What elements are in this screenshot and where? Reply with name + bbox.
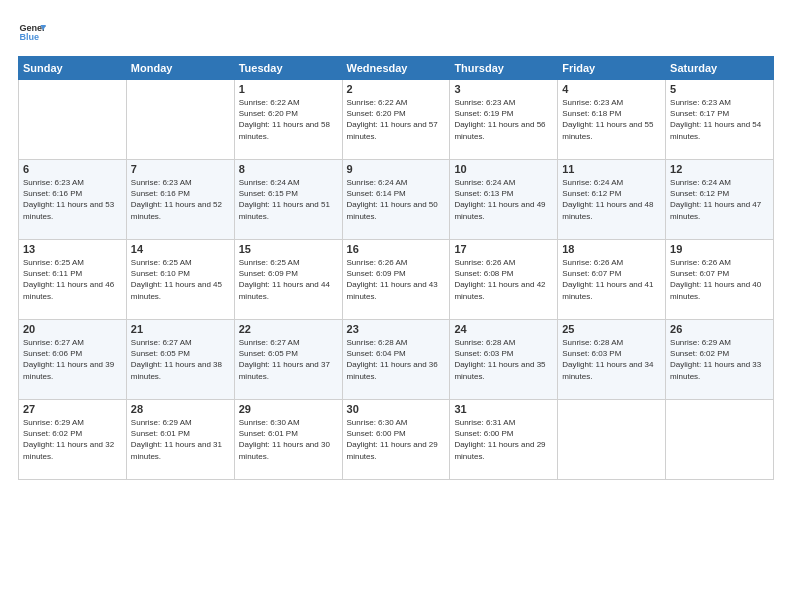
day-info: Sunrise: 6:29 AM Sunset: 6:01 PM Dayligh… — [131, 417, 230, 462]
day-info: Sunrise: 6:27 AM Sunset: 6:06 PM Dayligh… — [23, 337, 122, 382]
day-info: Sunrise: 6:30 AM Sunset: 6:00 PM Dayligh… — [347, 417, 446, 462]
week-row-3: 13Sunrise: 6:25 AM Sunset: 6:11 PM Dayli… — [19, 240, 774, 320]
day-number: 3 — [454, 83, 553, 95]
day-number: 27 — [23, 403, 122, 415]
day-info: Sunrise: 6:27 AM Sunset: 6:05 PM Dayligh… — [239, 337, 338, 382]
day-info: Sunrise: 6:23 AM Sunset: 6:17 PM Dayligh… — [670, 97, 769, 142]
day-cell: 15Sunrise: 6:25 AM Sunset: 6:09 PM Dayli… — [234, 240, 342, 320]
day-info: Sunrise: 6:25 AM Sunset: 6:10 PM Dayligh… — [131, 257, 230, 302]
day-number: 24 — [454, 323, 553, 335]
day-info: Sunrise: 6:24 AM Sunset: 6:12 PM Dayligh… — [670, 177, 769, 222]
header: General Blue — [18, 18, 774, 46]
day-number: 29 — [239, 403, 338, 415]
day-info: Sunrise: 6:22 AM Sunset: 6:20 PM Dayligh… — [239, 97, 338, 142]
day-info: Sunrise: 6:26 AM Sunset: 6:07 PM Dayligh… — [670, 257, 769, 302]
page: General Blue SundayMondayTuesdayWednesda… — [0, 0, 792, 612]
day-number: 12 — [670, 163, 769, 175]
day-info: Sunrise: 6:29 AM Sunset: 6:02 PM Dayligh… — [23, 417, 122, 462]
week-row-4: 20Sunrise: 6:27 AM Sunset: 6:06 PM Dayli… — [19, 320, 774, 400]
day-number: 10 — [454, 163, 553, 175]
col-header-wednesday: Wednesday — [342, 57, 450, 80]
day-cell: 3Sunrise: 6:23 AM Sunset: 6:19 PM Daylig… — [450, 80, 558, 160]
day-info: Sunrise: 6:26 AM Sunset: 6:09 PM Dayligh… — [347, 257, 446, 302]
day-cell — [126, 80, 234, 160]
day-cell: 8Sunrise: 6:24 AM Sunset: 6:15 PM Daylig… — [234, 160, 342, 240]
day-info: Sunrise: 6:28 AM Sunset: 6:03 PM Dayligh… — [454, 337, 553, 382]
day-cell: 14Sunrise: 6:25 AM Sunset: 6:10 PM Dayli… — [126, 240, 234, 320]
day-cell: 2Sunrise: 6:22 AM Sunset: 6:20 PM Daylig… — [342, 80, 450, 160]
day-info: Sunrise: 6:24 AM Sunset: 6:13 PM Dayligh… — [454, 177, 553, 222]
day-number: 11 — [562, 163, 661, 175]
day-cell — [19, 80, 127, 160]
day-cell: 18Sunrise: 6:26 AM Sunset: 6:07 PM Dayli… — [558, 240, 666, 320]
day-cell: 19Sunrise: 6:26 AM Sunset: 6:07 PM Dayli… — [666, 240, 774, 320]
day-info: Sunrise: 6:25 AM Sunset: 6:11 PM Dayligh… — [23, 257, 122, 302]
day-info: Sunrise: 6:26 AM Sunset: 6:08 PM Dayligh… — [454, 257, 553, 302]
day-cell: 22Sunrise: 6:27 AM Sunset: 6:05 PM Dayli… — [234, 320, 342, 400]
day-number: 7 — [131, 163, 230, 175]
day-number: 8 — [239, 163, 338, 175]
day-cell: 30Sunrise: 6:30 AM Sunset: 6:00 PM Dayli… — [342, 400, 450, 480]
day-info: Sunrise: 6:30 AM Sunset: 6:01 PM Dayligh… — [239, 417, 338, 462]
svg-text:Blue: Blue — [19, 32, 39, 42]
day-cell: 10Sunrise: 6:24 AM Sunset: 6:13 PM Dayli… — [450, 160, 558, 240]
week-row-1: 1Sunrise: 6:22 AM Sunset: 6:20 PM Daylig… — [19, 80, 774, 160]
day-number: 23 — [347, 323, 446, 335]
day-number: 13 — [23, 243, 122, 255]
col-header-friday: Friday — [558, 57, 666, 80]
day-number: 6 — [23, 163, 122, 175]
day-number: 17 — [454, 243, 553, 255]
day-cell: 16Sunrise: 6:26 AM Sunset: 6:09 PM Dayli… — [342, 240, 450, 320]
day-info: Sunrise: 6:22 AM Sunset: 6:20 PM Dayligh… — [347, 97, 446, 142]
day-number: 21 — [131, 323, 230, 335]
day-number: 15 — [239, 243, 338, 255]
day-info: Sunrise: 6:28 AM Sunset: 6:03 PM Dayligh… — [562, 337, 661, 382]
week-row-5: 27Sunrise: 6:29 AM Sunset: 6:02 PM Dayli… — [19, 400, 774, 480]
day-number: 1 — [239, 83, 338, 95]
day-cell: 21Sunrise: 6:27 AM Sunset: 6:05 PM Dayli… — [126, 320, 234, 400]
day-info: Sunrise: 6:26 AM Sunset: 6:07 PM Dayligh… — [562, 257, 661, 302]
col-header-sunday: Sunday — [19, 57, 127, 80]
day-cell: 25Sunrise: 6:28 AM Sunset: 6:03 PM Dayli… — [558, 320, 666, 400]
day-cell — [666, 400, 774, 480]
day-number: 28 — [131, 403, 230, 415]
day-number: 4 — [562, 83, 661, 95]
day-cell: 26Sunrise: 6:29 AM Sunset: 6:02 PM Dayli… — [666, 320, 774, 400]
col-header-saturday: Saturday — [666, 57, 774, 80]
day-cell: 11Sunrise: 6:24 AM Sunset: 6:12 PM Dayli… — [558, 160, 666, 240]
day-cell: 20Sunrise: 6:27 AM Sunset: 6:06 PM Dayli… — [19, 320, 127, 400]
day-cell: 23Sunrise: 6:28 AM Sunset: 6:04 PM Dayli… — [342, 320, 450, 400]
day-number: 16 — [347, 243, 446, 255]
day-number: 25 — [562, 323, 661, 335]
day-info: Sunrise: 6:28 AM Sunset: 6:04 PM Dayligh… — [347, 337, 446, 382]
day-number: 26 — [670, 323, 769, 335]
day-number: 2 — [347, 83, 446, 95]
day-cell: 1Sunrise: 6:22 AM Sunset: 6:20 PM Daylig… — [234, 80, 342, 160]
day-cell: 5Sunrise: 6:23 AM Sunset: 6:17 PM Daylig… — [666, 80, 774, 160]
day-number: 20 — [23, 323, 122, 335]
day-cell: 17Sunrise: 6:26 AM Sunset: 6:08 PM Dayli… — [450, 240, 558, 320]
day-cell: 13Sunrise: 6:25 AM Sunset: 6:11 PM Dayli… — [19, 240, 127, 320]
day-info: Sunrise: 6:23 AM Sunset: 6:18 PM Dayligh… — [562, 97, 661, 142]
day-number: 18 — [562, 243, 661, 255]
day-info: Sunrise: 6:23 AM Sunset: 6:16 PM Dayligh… — [23, 177, 122, 222]
day-number: 14 — [131, 243, 230, 255]
week-row-2: 6Sunrise: 6:23 AM Sunset: 6:16 PM Daylig… — [19, 160, 774, 240]
day-number: 30 — [347, 403, 446, 415]
day-cell: 12Sunrise: 6:24 AM Sunset: 6:12 PM Dayli… — [666, 160, 774, 240]
day-cell: 28Sunrise: 6:29 AM Sunset: 6:01 PM Dayli… — [126, 400, 234, 480]
logo: General Blue — [18, 18, 46, 46]
col-header-tuesday: Tuesday — [234, 57, 342, 80]
day-cell: 31Sunrise: 6:31 AM Sunset: 6:00 PM Dayli… — [450, 400, 558, 480]
col-header-thursday: Thursday — [450, 57, 558, 80]
day-info: Sunrise: 6:24 AM Sunset: 6:14 PM Dayligh… — [347, 177, 446, 222]
day-cell: 6Sunrise: 6:23 AM Sunset: 6:16 PM Daylig… — [19, 160, 127, 240]
day-info: Sunrise: 6:27 AM Sunset: 6:05 PM Dayligh… — [131, 337, 230, 382]
day-number: 31 — [454, 403, 553, 415]
day-cell: 27Sunrise: 6:29 AM Sunset: 6:02 PM Dayli… — [19, 400, 127, 480]
generalblue-logo-icon: General Blue — [18, 18, 46, 46]
day-cell: 7Sunrise: 6:23 AM Sunset: 6:16 PM Daylig… — [126, 160, 234, 240]
day-number: 22 — [239, 323, 338, 335]
day-number: 19 — [670, 243, 769, 255]
day-info: Sunrise: 6:29 AM Sunset: 6:02 PM Dayligh… — [670, 337, 769, 382]
